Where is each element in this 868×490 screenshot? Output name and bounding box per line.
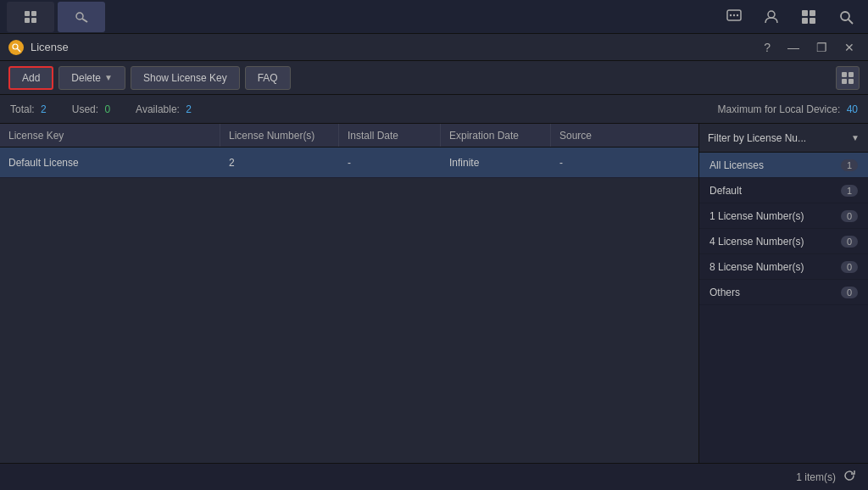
stats-bar: Total: 2 Used: 0 Available: 2 Maximum fo… [0,95,868,124]
total-label: Total: [10,103,35,115]
sidebar-header[interactable]: Filter by License Nu... ▼ [699,124,868,153]
sidebar-item-1-license-label: 1 License Number(s) [709,210,841,222]
svg-line-16 [849,19,853,24]
svg-rect-12 [810,10,815,16]
max-label: Maximum for Local Device: [718,103,841,115]
col-header-license-key: License Key [0,124,220,147]
sidebar-item-8-license-label: 8 License Number(s) [709,261,841,273]
available-label: Available: [136,103,180,115]
table-body: Default License 2 - Infinite - [0,148,698,463]
cell-license-key: Default License [0,148,220,177]
total-value: 2 [41,103,47,115]
sidebar-item-8-license[interactable]: 8 License Number(s) 0 [699,254,868,280]
svg-rect-22 [849,79,854,84]
toolbar-right [836,66,860,90]
apps-nav-button[interactable] [793,2,824,32]
svg-line-5 [82,19,87,22]
col-header-install-date: Install Date [339,124,441,147]
max-value: 40 [847,103,858,115]
grid-view-button[interactable] [836,66,860,90]
sidebar-item-4-license-label: 4 License Number(s) [709,236,841,248]
delete-button[interactable]: Delete ▼ [58,66,125,90]
cell-source: - [551,148,698,177]
key-nav-button[interactable] [58,2,105,32]
svg-rect-2 [25,18,30,23]
svg-point-10 [768,11,775,18]
svg-point-9 [737,14,738,15]
table-header: License Key License Number(s) Install Da… [0,124,698,148]
cell-expiration-date: Infinite [441,148,551,177]
sidebar-item-4-license[interactable]: 4 License Number(s) 0 [699,229,868,254]
col-header-expiration-date: Expiration Date [441,124,551,147]
item-count-text: 1 item(s) [796,471,836,483]
col-header-license-numbers: License Number(s) [220,124,339,147]
refresh-button[interactable] [843,469,856,485]
total-stat: Total: 2 [10,103,47,115]
available-stat: Available: 2 [136,103,192,115]
delete-dropdown-arrow: ▼ [104,73,113,82]
cell-license-numbers: 2 [220,148,339,177]
svg-rect-3 [31,18,36,23]
sidebar-item-default-label: Default [709,185,841,197]
window-controls: ? — ❐ ✕ [759,39,860,56]
available-value: 2 [186,103,192,115]
svg-point-7 [730,14,732,15]
maximize-button[interactable]: ❐ [811,39,832,56]
svg-rect-1 [31,11,36,16]
faq-button[interactable]: FAQ [245,66,291,90]
app-icon [8,40,24,55]
used-label: Used: [72,103,98,115]
sidebar-item-others-count: 0 [841,287,858,298]
top-nav-right [719,2,861,32]
show-license-key-button[interactable]: Show License Key [131,66,240,90]
svg-rect-11 [802,10,808,16]
col-header-source: Source [551,124,698,147]
sidebar-item-1-license[interactable]: 1 License Number(s) 0 [699,203,868,229]
sidebar-item-8-license-count: 0 [841,261,858,273]
chat-nav-button[interactable] [719,2,749,32]
table-row[interactable]: Default License 2 - Infinite - [0,148,698,178]
max-stat: Maximum for Local Device: 40 [718,103,858,115]
svg-rect-0 [25,11,30,16]
svg-rect-20 [849,72,854,77]
svg-point-4 [76,13,83,19]
help-button[interactable]: ? [759,39,776,56]
svg-line-18 [17,48,20,52]
search-nav-button[interactable] [831,2,861,32]
top-nav-bar [0,0,868,34]
sidebar-item-default[interactable]: Default 1 [699,178,868,203]
table-area: License Key License Number(s) Install Da… [0,124,698,463]
used-stat: Used: 0 [72,103,110,115]
svg-rect-13 [802,18,808,24]
main-content: License Key License Number(s) Install Da… [0,124,868,463]
status-bar: 1 item(s) [0,463,868,490]
window-title: License [31,41,759,53]
toolbar: Add Delete ▼ Show License Key FAQ [0,61,868,95]
svg-rect-14 [810,18,815,24]
svg-point-8 [733,14,735,15]
minimize-button[interactable]: — [782,39,804,56]
svg-point-15 [841,12,849,20]
svg-rect-21 [842,79,847,84]
grid-nav-button[interactable] [7,2,54,32]
sidebar-item-4-license-count: 0 [841,236,858,248]
cell-install-date: - [339,148,441,177]
sidebar-item-default-count: 1 [841,185,858,197]
top-nav-left [7,2,105,32]
sidebar-item-all-licenses-label: All Licenses [709,159,841,171]
sidebar-item-others[interactable]: Others 0 [699,280,868,305]
sidebar: Filter by License Nu... ▼ All Licenses 1… [698,124,868,463]
delete-label: Delete [71,72,101,84]
user-nav-button[interactable] [756,2,787,32]
sidebar-item-1-license-count: 0 [841,210,858,222]
sidebar-header-text: Filter by License Nu... [708,132,851,144]
used-value: 0 [104,103,110,115]
add-button[interactable]: Add [8,66,53,90]
sidebar-item-all-licenses[interactable]: All Licenses 1 [699,153,868,178]
title-bar: License ? — ❐ ✕ [0,34,868,61]
svg-rect-19 [842,72,847,77]
close-button[interactable]: ✕ [839,39,860,56]
sidebar-dropdown-icon[interactable]: ▼ [851,133,860,142]
sidebar-item-all-licenses-count: 1 [841,159,858,171]
sidebar-item-others-label: Others [709,287,841,298]
